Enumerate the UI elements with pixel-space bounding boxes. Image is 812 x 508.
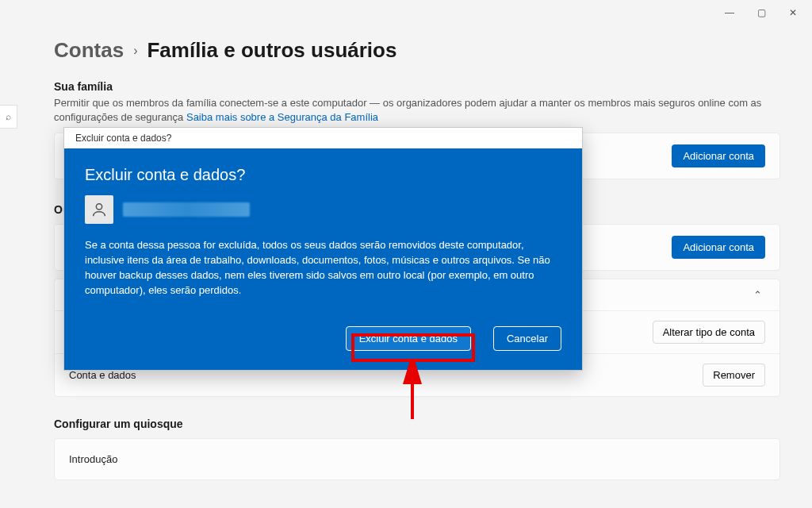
- breadcrumb-parent[interactable]: Contas: [54, 38, 124, 63]
- window-maximize[interactable]: ▢: [745, 3, 777, 22]
- dialog-body: Excluir conta e dados? Se a conta dessa …: [64, 148, 582, 370]
- cancel-button[interactable]: Cancelar: [493, 326, 561, 351]
- confirm-delete-button[interactable]: Excluir conta e dados: [346, 326, 471, 351]
- window-minimize[interactable]: —: [714, 3, 745, 22]
- delete-account-dialog: Excluir conta e dados? Excluir conta e d…: [63, 127, 583, 371]
- dialog-account-row: [85, 195, 561, 224]
- person-icon: [85, 195, 113, 224]
- dialog-warning-text: Se a conta dessa pessoa for excluída, to…: [85, 238, 561, 298]
- dialog-heading: Excluir conta e dados?: [85, 166, 561, 184]
- section-family-desc: Permitir que os membros da família conec…: [54, 96, 780, 125]
- change-account-type-button[interactable]: Alterar tipo de conta: [653, 321, 765, 344]
- add-other-account-button[interactable]: Adicionar conta: [672, 236, 765, 259]
- kiosk-intro-label: Introdução: [69, 453, 117, 465]
- chevron-right-icon: ›: [133, 44, 137, 58]
- remove-account-button[interactable]: Remover: [703, 364, 765, 387]
- family-desc-text: Permitir que os membros da família conec…: [54, 97, 761, 123]
- kiosk-intro-card[interactable]: Introdução: [54, 438, 780, 480]
- breadcrumb: Contas › Família e outros usuários: [54, 38, 780, 63]
- search-icon[interactable]: ⌕: [0, 105, 17, 129]
- account-data-label: Conta e dados: [69, 369, 136, 381]
- section-kiosk-heading: Configurar um quiosque: [54, 418, 780, 430]
- add-family-account-button[interactable]: Adicionar conta: [672, 144, 765, 167]
- dialog-titlebar: Excluir conta e dados?: [64, 128, 582, 148]
- family-safety-link[interactable]: Saiba mais sobre a Segurança da Família: [186, 111, 378, 123]
- window-controls: — ▢ ✕: [714, 3, 809, 22]
- window-close[interactable]: ✕: [777, 3, 809, 22]
- chevron-up-icon: ⌃: [749, 289, 765, 301]
- account-name-redacted: [123, 202, 250, 217]
- section-family-heading: Sua família: [54, 80, 780, 93]
- dialog-actions: Excluir conta e dados Cancelar: [85, 326, 561, 351]
- svg-point-0: [96, 204, 102, 210]
- breadcrumb-current: Família e outros usuários: [147, 38, 396, 63]
